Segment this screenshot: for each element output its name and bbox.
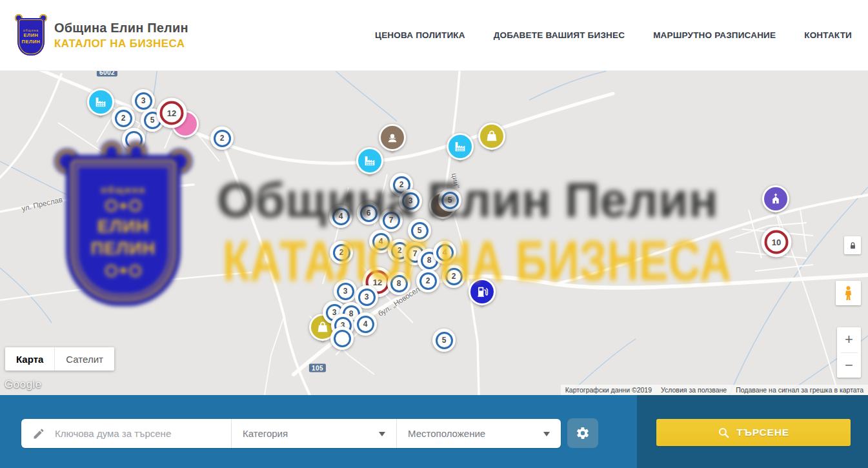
attribution-terms-link[interactable]: Условия за ползване	[656, 386, 731, 394]
cluster-count: 2	[115, 110, 132, 127]
keyword-input[interactable]	[54, 427, 231, 440]
header: община ЕЛИН ПЕЛИН Община Елин Пелин КАТА…	[0, 0, 868, 71]
street-view-pegman[interactable]	[836, 281, 861, 305]
google-logo: Google	[5, 378, 42, 391]
page: община ЕЛИН ПЕЛИН Община Елин Пелин КАТА…	[0, 0, 868, 468]
map-cluster[interactable]: 2	[112, 107, 135, 130]
municipality-logo: община ЕЛИН ПЕЛИН	[16, 15, 46, 56]
cluster-count: 2	[214, 130, 231, 147]
chevron-down-icon	[379, 432, 385, 440]
map-pin-church[interactable]	[762, 185, 789, 212]
map-cluster[interactable]: 10	[762, 227, 792, 258]
map-cluster[interactable]	[330, 327, 354, 350]
map-pin-factory[interactable]	[447, 133, 474, 160]
search-icon	[718, 427, 730, 439]
shield-ornament	[105, 199, 141, 212]
nav-item-contacts[interactable]: КОНТАКТИ	[804, 30, 852, 40]
shield-text-top: община	[101, 184, 146, 195]
cluster-count: 12	[160, 101, 184, 125]
map-pin-factory[interactable]	[356, 147, 383, 174]
road-label: 105	[309, 364, 326, 372]
nav-item-pricing[interactable]: ЦЕНОВА ПОЛИТИКА	[375, 30, 465, 40]
map-type-control: Карта Сателит	[5, 347, 114, 371]
keyword-field[interactable]	[21, 419, 231, 448]
chevron-down-icon	[543, 432, 550, 440]
search-field-group: Категория Местоположение	[21, 419, 561, 448]
cluster-count: 4	[357, 316, 374, 333]
logo-text-top: община	[23, 28, 39, 32]
shield-body: община ЕЛИН ПЕЛИН	[66, 155, 181, 306]
map-canvas[interactable]: 6002105ул. Преславбул. „Новоселции" 3251…	[0, 71, 868, 395]
pegman-icon	[840, 285, 857, 302]
main-nav: ЦЕНОВА ПОЛИТИКА ДОБАВЕТЕ ВАШИЯТ БИЗНЕС М…	[375, 30, 852, 40]
location-label: Местоположение	[408, 428, 485, 439]
logo-text-line2: ПЕЛИН	[22, 39, 41, 45]
search-button[interactable]: ТЪРСЕНЕ	[656, 419, 851, 446]
cluster-count: 5	[436, 332, 453, 349]
watermark-shield-logo: община ЕЛИН ПЕЛИН	[57, 143, 190, 306]
zoom-out-button[interactable]: −	[837, 353, 861, 378]
map-pin-factory[interactable]	[87, 88, 114, 116]
map-cluster[interactable]: 4	[354, 312, 377, 336]
cluster-count: 3	[135, 92, 152, 110]
watermark-title: Община Елин Пелин	[217, 172, 718, 228]
attribution-copyright: Картографски данни ©2019	[561, 386, 656, 394]
shield-name: ЕЛИН ПЕЛИН	[91, 216, 156, 260]
map-cluster[interactable]: 5	[432, 329, 456, 352]
category-label: Категория	[243, 428, 288, 439]
lock-icon	[848, 241, 858, 250]
search-button-label: ТЪРСЕНЕ	[736, 427, 789, 438]
shield-ornament	[105, 265, 141, 277]
cluster-count	[334, 330, 351, 347]
map-attribution: Картографски данни ©2019 Условия за полз…	[561, 385, 868, 395]
watermark-subtitle: КАТАЛОГ НА БИЗНЕСА	[223, 228, 731, 294]
brand[interactable]: община ЕЛИН ПЕЛИН Община Елин Пелин КАТА…	[16, 15, 188, 56]
map-cluster[interactable]: 2	[210, 127, 234, 150]
zoom-control: + −	[837, 327, 861, 378]
brand-title: Община Елин Пелин	[54, 21, 188, 36]
nav-item-schedule[interactable]: МАРШРУТНО РАЗПИСАНИЕ	[653, 30, 776, 40]
cluster-count: 10	[765, 230, 789, 254]
search-bar: Категория Местоположение ТЪРСЕНЕ	[0, 395, 868, 468]
logo-text-line1: ЕЛИН	[23, 33, 38, 39]
attribution-report-link[interactable]: Подаване на сигнал за грешка в картата	[731, 386, 868, 394]
map-cluster[interactable]: 12	[157, 98, 187, 128]
logo-shield: община ЕЛИН ПЕЛИН	[17, 18, 45, 56]
zoom-in-button[interactable]: +	[837, 327, 861, 352]
road-label: 6002	[97, 71, 117, 77]
advanced-settings-button[interactable]	[567, 418, 598, 448]
map-type-map-button[interactable]: Карта	[5, 347, 55, 371]
pencil-icon	[32, 427, 45, 440]
nav-item-add-business[interactable]: ДОБАВЕТЕ ВАШИЯТ БИЗНЕС	[494, 30, 625, 40]
gear-icon	[576, 426, 590, 440]
lock-control[interactable]	[844, 236, 861, 254]
map-pin-bag[interactable]	[478, 123, 505, 150]
brand-subtitle: КАТАЛОГ НА БИЗНЕСА	[54, 37, 188, 50]
map-type-satellite-button[interactable]: Сателит	[55, 347, 114, 371]
category-select[interactable]: Категория	[231, 419, 396, 448]
location-select[interactable]: Местоположение	[396, 419, 561, 448]
